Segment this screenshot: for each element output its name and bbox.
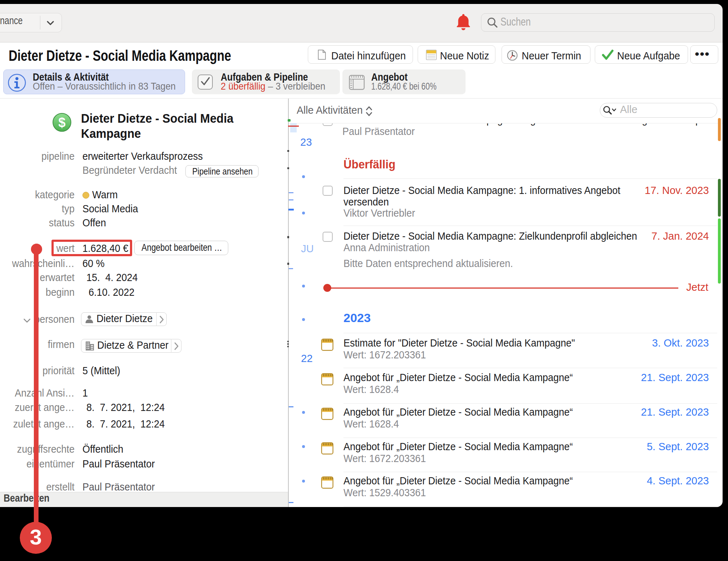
svg-text:$: $ — [58, 115, 66, 130]
